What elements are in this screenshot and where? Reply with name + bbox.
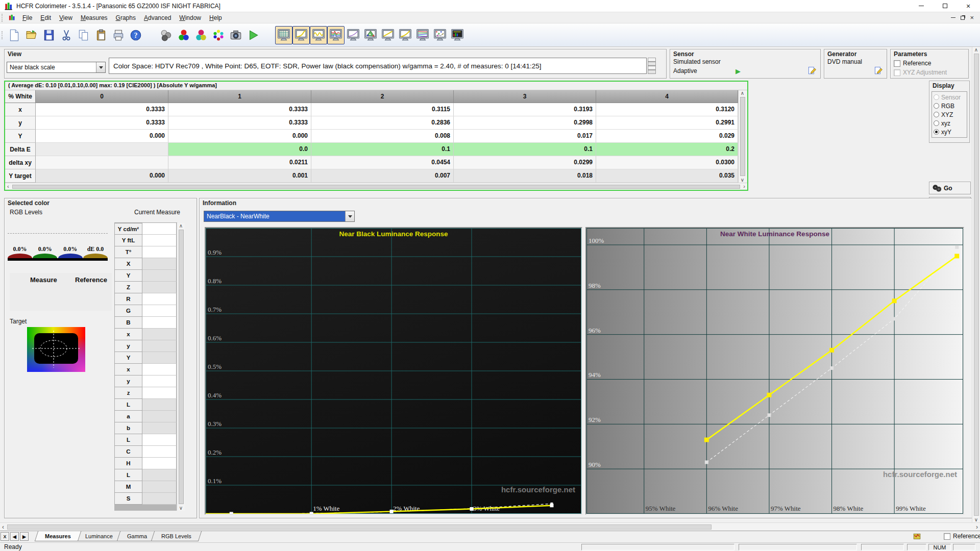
scroll-up-icon[interactable]: ∧ (179, 223, 183, 229)
scroll-left-icon[interactable]: ‹ (5, 184, 11, 189)
capture-snapshot-button[interactable] (227, 26, 244, 44)
table-cell[interactable]: 0.2991 (596, 116, 738, 130)
mdi-restore-icon[interactable] (961, 16, 965, 20)
table-column-header[interactable]: 0 (36, 90, 168, 103)
radio-icon[interactable] (934, 120, 939, 126)
scroll-up-icon[interactable]: ∧ (974, 47, 978, 53)
tab-luminance[interactable]: Luminance (75, 531, 123, 541)
table-cell[interactable]: 0.029 (596, 130, 738, 143)
table-cell[interactable]: 0.018 (454, 169, 596, 183)
scroll-down-icon[interactable]: ∨ (741, 177, 744, 183)
view-cie-diagram-button[interactable] (362, 26, 379, 44)
close-button[interactable]: × (957, 0, 980, 12)
table-cell[interactable]: 0.3193 (454, 103, 596, 116)
tab-rgb-levels[interactable]: RGB Levels (151, 531, 201, 541)
generator-edit-icon[interactable] (873, 66, 884, 76)
table-cell[interactable]: 0.2836 (311, 116, 454, 130)
view-gamma-curve-button[interactable] (292, 26, 310, 44)
table-cell[interactable]: 0.1 (311, 143, 454, 156)
table-cell[interactable]: 0.2998 (454, 116, 596, 130)
view-luminance-lin-button[interactable] (379, 26, 397, 44)
view-rgb-levels-button[interactable] (327, 26, 345, 44)
table-cell[interactable]: 0.1 (454, 143, 596, 156)
sensor-edit-icon[interactable] (807, 66, 817, 76)
table-cell[interactable]: 0.000 (168, 130, 311, 143)
radio-icon[interactable] (934, 129, 939, 135)
table-cell[interactable] (36, 156, 168, 169)
parameter-reference[interactable]: Reference (891, 59, 968, 68)
view-color-checker-button[interactable] (431, 26, 449, 44)
view-dark-calibration-button[interactable] (449, 26, 466, 44)
table-cell[interactable]: 0.000 (36, 169, 168, 183)
view-gamma-alt-button[interactable] (345, 26, 362, 44)
table-cell[interactable]: 0.3333 (168, 103, 311, 116)
table-cell[interactable]: 0.0 (168, 143, 311, 156)
new-button[interactable] (6, 26, 23, 44)
run-measures-button[interactable] (244, 26, 262, 44)
current-measure-scrollbar[interactable]: ∧ ∨ (177, 223, 185, 511)
table-cell[interactable]: 0.0211 (168, 156, 311, 169)
display-option-xyz[interactable]: xyz (934, 119, 965, 128)
table-cell[interactable]: 0.000 (36, 130, 168, 143)
reference-checkbox[interactable] (944, 533, 950, 540)
table-cell[interactable]: 0.017 (454, 130, 596, 143)
spin-down-icon[interactable] (648, 66, 656, 74)
table-cell[interactable]: 0.007 (311, 169, 454, 183)
table-cell[interactable]: 0.2 (596, 143, 738, 156)
table-cell[interactable]: 0.0454 (311, 156, 454, 169)
table-cell[interactable]: 0.035 (596, 169, 738, 183)
tab-measures[interactable]: Measures (35, 531, 81, 541)
display-option-xyz[interactable]: XYZ (934, 110, 965, 119)
table-column-header[interactable]: 4 (596, 90, 738, 103)
table-column-header[interactable]: 1 (168, 90, 311, 103)
scale-select-dropdown-icon[interactable] (96, 62, 105, 72)
display-option-rgb[interactable]: RGB (934, 102, 965, 110)
table-horizontal-scrollbar[interactable]: ‹ › (5, 183, 747, 190)
scroll-down-icon[interactable]: ∨ (974, 517, 978, 522)
menu-edit[interactable]: Edit (36, 13, 55, 23)
table-vertical-scrollbar[interactable]: ∧ ∨ (738, 90, 746, 183)
mdi-vertical-scrollbar[interactable]: ∧ ∨ (972, 47, 980, 522)
menu-window[interactable]: Window (175, 13, 205, 23)
menu-view[interactable]: View (55, 13, 77, 23)
table-cell[interactable] (36, 143, 168, 156)
levels-icon[interactable] (913, 532, 921, 541)
print-button[interactable] (110, 26, 127, 44)
mdi-horizontal-scrollbar[interactable]: ‹ › (0, 522, 980, 531)
table-cell[interactable]: 0.3115 (311, 103, 454, 116)
view-luminance-log-button[interactable] (397, 26, 414, 44)
table-cell[interactable]: 0.0300 (596, 156, 738, 169)
scroll-right-icon[interactable]: › (741, 184, 747, 189)
paste-button[interactable] (92, 26, 110, 44)
scale-select[interactable]: Near black scale (7, 62, 106, 73)
help-button[interactable]: ? (127, 26, 144, 44)
restore-button[interactable] (933, 0, 957, 12)
save-button[interactable] (40, 26, 58, 44)
mdi-close-icon[interactable]: × (970, 14, 974, 21)
measure-primaries-button[interactable] (175, 26, 192, 44)
table-cell[interactable]: 0.001 (168, 169, 311, 183)
menu-file[interactable]: File (18, 13, 36, 23)
display-option-xyy[interactable]: xyY (934, 128, 965, 136)
tab-close-button[interactable]: X (1, 532, 9, 541)
scroll-right-icon[interactable]: › (974, 524, 980, 530)
radio-icon[interactable] (934, 103, 939, 109)
copy-button[interactable] (75, 26, 92, 44)
minimize-button[interactable] (910, 0, 933, 12)
mdi-minimize-icon[interactable] (951, 17, 955, 18)
spin-up-icon[interactable] (648, 58, 656, 66)
tab-prev-button[interactable]: ◀ (10, 532, 19, 541)
table-cell[interactable]: 0.3333 (36, 116, 168, 130)
table-cell[interactable]: 0.0299 (454, 156, 596, 169)
menu-measures[interactable]: Measures (77, 13, 112, 23)
tab-next-button[interactable]: ▶ (20, 532, 29, 541)
information-dropdown-icon[interactable] (345, 211, 354, 221)
menu-help[interactable]: Help (205, 13, 226, 23)
reference-checkbox-row[interactable]: Reference (944, 533, 980, 540)
table-column-header[interactable]: 3 (454, 90, 596, 103)
table-cell[interactable]: 0.3120 (596, 103, 738, 116)
scroll-up-icon[interactable]: ∧ (741, 90, 744, 96)
open-button[interactable] (23, 26, 40, 44)
checkbox-icon[interactable] (894, 60, 900, 67)
menu-graphs[interactable]: Graphs (112, 13, 140, 23)
